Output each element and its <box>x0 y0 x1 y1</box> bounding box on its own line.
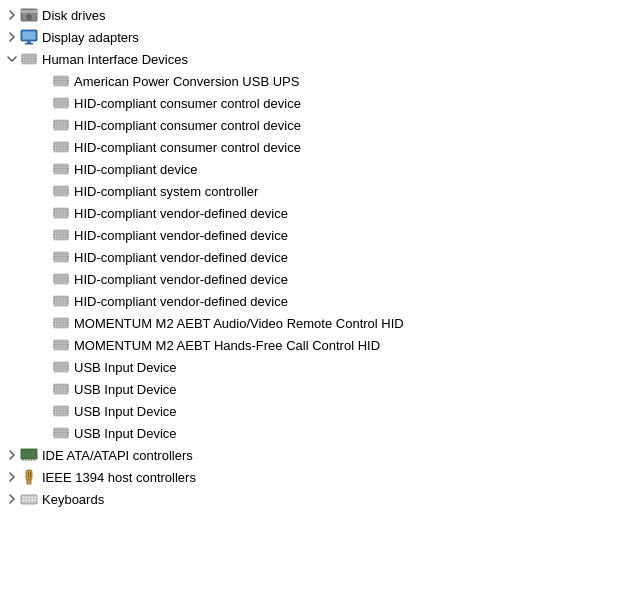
svg-rect-104 <box>68 193 69 194</box>
svg-rect-43 <box>53 100 54 101</box>
tree-item-label: USB Input Device <box>74 404 177 419</box>
tree-item-usb-input-2[interactable]: USB Input Device <box>0 378 621 400</box>
tree-item-momentum-m2-1[interactable]: MOMENTUM M2 AEBT Audio/Video Remote Cont… <box>0 312 621 334</box>
svg-rect-157 <box>53 278 54 279</box>
svg-rect-267 <box>28 472 29 478</box>
tree-item-label: IDE ATA/ATAPI controllers <box>42 448 193 463</box>
hid-icon <box>52 227 70 243</box>
svg-rect-59 <box>53 124 54 125</box>
svg-rect-48 <box>68 105 69 106</box>
svg-rect-239 <box>53 408 54 409</box>
svg-rect-6 <box>25 43 33 45</box>
svg-rect-118 <box>68 215 69 216</box>
svg-rect-15 <box>21 56 22 57</box>
svg-rect-257 <box>53 435 54 436</box>
svg-rect-260 <box>23 459 24 461</box>
svg-rect-259 <box>21 449 37 459</box>
svg-rect-115 <box>53 212 54 213</box>
tree-item-label: Keyboards <box>42 492 104 507</box>
tree-item-hid-device[interactable]: HID-compliant device <box>0 158 621 180</box>
tree-item-american-power[interactable]: American Power Conversion USB UPS <box>0 70 621 92</box>
tree-item-label: USB Input Device <box>74 426 177 441</box>
svg-rect-62 <box>68 127 69 128</box>
svg-rect-100 <box>68 188 69 189</box>
tree-item-hid-vendor-4[interactable]: HID-compliant vendor-defined device <box>0 268 621 290</box>
svg-rect-57 <box>53 122 54 123</box>
tree-item-hid-vendor-5[interactable]: HID-compliant vendor-defined device <box>0 290 621 312</box>
ide-icon <box>20 447 38 463</box>
svg-rect-278 <box>31 500 33 502</box>
tree-item-hid-consumer-2[interactable]: HID-compliant consumer control device <box>0 114 621 136</box>
tree-item-hid-consumer-3[interactable]: HID-compliant consumer control device <box>0 136 621 158</box>
svg-rect-274 <box>34 497 36 499</box>
tree-item-label: MOMENTUM M2 AEBT Hands-Free Call Control… <box>74 338 380 353</box>
tree-item-human-interface-devices[interactable]: Human Interface Devices <box>0 48 621 70</box>
tree-item-ide-controllers[interactable]: IDE ATA/ATAPI controllers <box>0 444 621 466</box>
svg-rect-47 <box>53 105 54 106</box>
svg-rect-226 <box>68 386 69 387</box>
svg-rect-74 <box>68 146 69 147</box>
svg-rect-61 <box>53 127 54 128</box>
svg-rect-90 <box>68 171 69 172</box>
svg-rect-128 <box>68 232 69 233</box>
expander-collapsed-icon[interactable] <box>4 447 20 463</box>
svg-rect-30 <box>68 78 69 79</box>
tree-item-usb-input-1[interactable]: USB Input Device <box>0 356 621 378</box>
tree-item-keyboards[interactable]: Keyboards <box>0 488 621 510</box>
svg-rect-199 <box>53 344 54 345</box>
svg-rect-44 <box>68 100 69 101</box>
svg-rect-169 <box>53 298 54 299</box>
tree-item-label: Display adapters <box>42 30 139 45</box>
svg-rect-242 <box>68 410 69 411</box>
svg-rect-155 <box>53 276 54 277</box>
hid-icon <box>52 425 70 441</box>
tree-item-label: HID-compliant consumer control device <box>74 118 301 133</box>
tree-item-hid-vendor-1[interactable]: HID-compliant vendor-defined device <box>0 202 621 224</box>
svg-rect-114 <box>68 210 69 211</box>
tree-item-ieee-1394[interactable]: IEEE 1394 host controllers <box>0 466 621 488</box>
svg-rect-184 <box>68 320 69 321</box>
device-manager-tree: Disk drivesDisplay adaptersHuman Interfa… <box>0 0 621 514</box>
tree-item-usb-input-4[interactable]: USB Input Device <box>0 422 621 444</box>
expander-collapsed-icon[interactable] <box>4 469 20 485</box>
svg-rect-73 <box>53 146 54 147</box>
tree-item-momentum-m2-2[interactable]: MOMENTUM M2 AEBT Hands-Free Call Control… <box>0 334 621 356</box>
svg-rect-20 <box>36 61 37 62</box>
tree-item-label: IEEE 1394 host controllers <box>42 470 196 485</box>
svg-rect-117 <box>53 215 54 216</box>
hid-icon <box>52 381 70 397</box>
svg-rect-198 <box>68 342 69 343</box>
svg-rect-60 <box>68 124 69 125</box>
tree-item-hid-consumer-1[interactable]: HID-compliant consumer control device <box>0 92 621 114</box>
svg-rect-228 <box>68 388 69 389</box>
svg-rect-215 <box>53 369 54 370</box>
svg-rect-132 <box>68 237 69 238</box>
expander-collapsed-icon[interactable] <box>4 7 20 23</box>
tree-item-disk-drives[interactable]: Disk drives <box>0 4 621 26</box>
hid-icon <box>52 117 70 133</box>
svg-rect-34 <box>68 83 69 84</box>
svg-rect-29 <box>53 78 54 79</box>
svg-rect-255 <box>53 432 54 433</box>
svg-rect-158 <box>68 278 69 279</box>
svg-rect-160 <box>68 281 69 282</box>
expander-expanded-icon[interactable] <box>4 51 20 67</box>
tree-item-usb-input-3[interactable]: USB Input Device <box>0 400 621 422</box>
keyboard-icon <box>20 491 38 507</box>
tree-item-hid-vendor-3[interactable]: HID-compliant vendor-defined device <box>0 246 621 268</box>
svg-rect-170 <box>68 298 69 299</box>
svg-rect-200 <box>68 344 69 345</box>
expander-collapsed-icon[interactable] <box>4 491 20 507</box>
tree-item-hid-system[interactable]: HID-compliant system controller <box>0 180 621 202</box>
expander-collapsed-icon[interactable] <box>4 29 20 45</box>
svg-rect-174 <box>68 303 69 304</box>
tree-item-label: American Power Conversion USB UPS <box>74 74 299 89</box>
svg-rect-187 <box>53 325 54 326</box>
tree-item-hid-vendor-2[interactable]: HID-compliant vendor-defined device <box>0 224 621 246</box>
svg-rect-216 <box>68 369 69 370</box>
tree-item-display-adapters[interactable]: Display adapters <box>0 26 621 48</box>
svg-rect-87 <box>53 168 54 169</box>
svg-rect-185 <box>53 322 54 323</box>
svg-rect-229 <box>53 391 54 392</box>
svg-rect-116 <box>68 212 69 213</box>
